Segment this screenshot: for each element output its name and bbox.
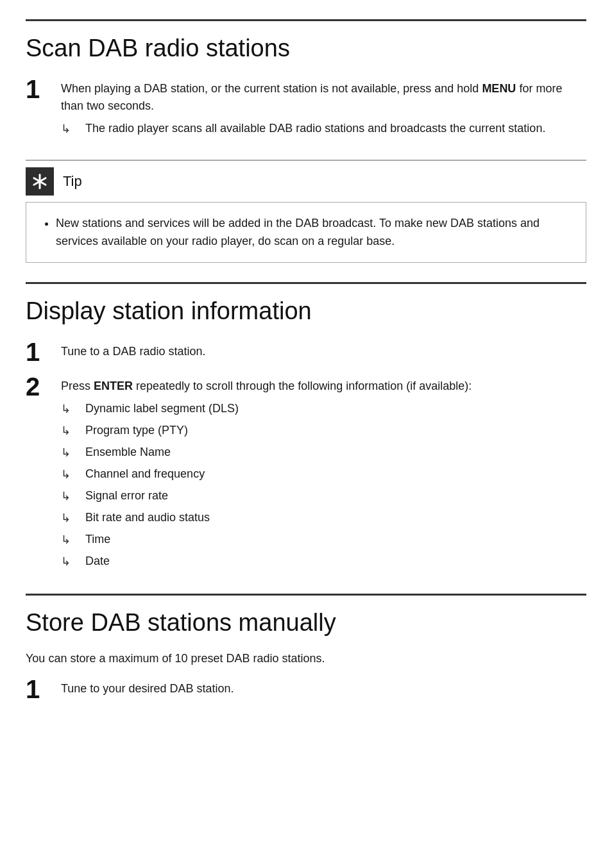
display-bullet-time: ↳ Time [61,531,586,549]
tip-star-icon [31,172,49,190]
display-step-2-number: 2 [26,371,61,402]
display-step-1-number: 1 [26,337,61,367]
store-section-title: Store DAB stations manually [26,608,586,638]
display-bullet-bitrate: ↳ Bit rate and audio status [61,509,586,527]
store-step-1: 1 Tune to your desired DAB station. [26,676,586,705]
display-step-2-text: Press ENTER repeatedly to scroll through… [61,380,472,392]
display-bullet-bitrate-text: Bit rate and audio status [85,509,210,526]
display-bullet-dls: ↳ Dynamic label segment (DLS) [61,400,586,418]
display-bullet-ensemble: ↳ Ensemble Name [61,444,586,462]
scan-section: Scan DAB radio stations 1 When playing a… [26,19,586,142]
store-steps: 1 Tune to your desired DAB station. [26,676,586,705]
arrow-icon: ↳ [61,553,81,571]
display-steps: 1 Tune to a DAB radio station. 2 Press E… [26,339,586,574]
display-step-2: 2 Press ENTER repeatedly to scroll throu… [26,374,586,574]
display-step-2-bullets: ↳ Dynamic label segment (DLS) ↳ Program … [61,400,586,571]
scan-step-1-content: When playing a DAB station, or the curre… [61,76,586,142]
scan-section-title: Scan DAB radio stations [26,34,586,63]
arrow-icon: ↳ [61,422,81,440]
tip-label: Tip [63,173,82,190]
display-section: Display station information 1 Tune to a … [26,282,586,574]
scan-step-1-bullets: ↳ The radio player scans all available D… [61,120,586,138]
store-section: Store DAB stations manually You can stor… [26,594,586,705]
display-bullet-dls-text: Dynamic label segment (DLS) [85,400,239,417]
display-bullet-channel: ↳ Channel and frequency [61,465,586,483]
display-bullet-time-text: Time [85,531,110,548]
tip-content: New stations and services will be added … [26,203,586,263]
page: Scan DAB radio stations 1 When playing a… [0,0,612,868]
display-step-1-text: Tune to a DAB radio station. [61,345,205,358]
arrow-icon: ↳ [61,509,81,527]
display-bullet-signal: ↳ Signal error rate [61,487,586,505]
display-section-title: Display station information [26,297,586,326]
scan-step-1-number: 1 [26,74,61,104]
display-bullet-date-text: Date [85,553,110,570]
tip-icon-box [26,167,54,196]
scan-step-1: 1 When playing a DAB station, or the cur… [26,76,586,142]
arrow-icon: ↳ [61,465,81,483]
store-step-1-content: Tune to your desired DAB station. [61,676,586,697]
display-bullet-date: ↳ Date [61,553,586,571]
display-bullet-signal-text: Signal error rate [85,487,168,505]
display-bullet-pty: ↳ Program type (PTY) [61,422,586,440]
scan-bullet-1: ↳ The radio player scans all available D… [61,120,586,138]
display-bullet-ensemble-text: Ensemble Name [85,444,171,461]
arrow-icon: ↳ [61,400,81,418]
store-step-1-text: Tune to your desired DAB station. [61,682,234,695]
arrow-icon: ↳ [61,487,81,505]
store-intro-text: You can store a maximum of 10 preset DAB… [26,650,586,667]
display-step-1-content: Tune to a DAB radio station. [61,339,586,360]
display-step-2-content: Press ENTER repeatedly to scroll through… [61,374,586,574]
scan-step-1-text: When playing a DAB station, or the curre… [61,82,562,112]
display-step-1: 1 Tune to a DAB radio station. [26,339,586,367]
tip-section: Tip New stations and services will be ad… [26,160,586,263]
tip-text: New stations and services will be added … [56,214,572,251]
store-step-1-number: 1 [26,674,61,705]
display-bullet-pty-text: Program type (PTY) [85,422,188,439]
arrow-icon: ↳ [61,120,81,138]
arrow-icon: ↳ [61,444,81,462]
scan-bullet-1-text: The radio player scans all available DAB… [85,120,545,137]
arrow-icon: ↳ [61,531,81,549]
display-bullet-channel-text: Channel and frequency [85,465,205,483]
tip-header: Tip [26,160,586,203]
scan-steps: 1 When playing a DAB station, or the cur… [26,76,586,142]
